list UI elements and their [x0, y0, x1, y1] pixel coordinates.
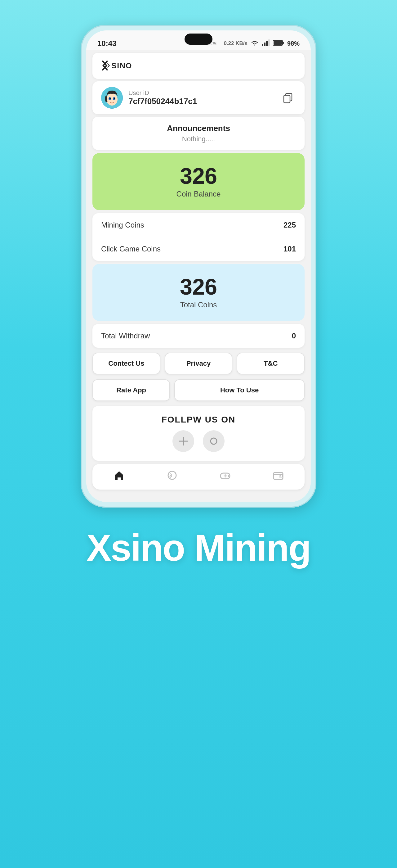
- battery-icon: [273, 40, 284, 48]
- coin-balance-number: 326: [101, 165, 296, 187]
- facebook-icon[interactable]: [172, 430, 194, 452]
- svg-point-25: [228, 475, 229, 476]
- svg-point-10: [106, 93, 118, 105]
- app-logo: SINO: [101, 60, 144, 72]
- follow-icons-row: [101, 430, 296, 452]
- how-to-use-button[interactable]: How To Use: [174, 379, 305, 401]
- tandc-button[interactable]: T&C: [237, 353, 305, 374]
- total-withdraw-value: 0: [292, 332, 296, 340]
- svg-rect-6: [283, 42, 284, 44]
- coin-balance-card: 326 Coin Balance: [92, 153, 305, 210]
- contact-us-button[interactable]: Contect Us: [92, 353, 160, 374]
- buttons-row-1: Contect Us Privacy T&C: [92, 353, 305, 374]
- follow-title: FOLLPW US ON: [101, 415, 296, 425]
- user-details: User iD 7cf7f050244b17c1: [128, 89, 197, 106]
- user-id-value: 7cf7f050244b17c1: [128, 97, 197, 106]
- coin-balance-label: Coin Balance: [101, 190, 296, 198]
- logo-bar: SINO: [92, 53, 305, 79]
- svg-point-29: [280, 475, 281, 476]
- speed-indicator: 0.22 KB/s: [224, 40, 247, 46]
- mining-coins-value: 225: [284, 221, 296, 229]
- phone-wrapper: 10:43 VoLTE 0.22 KB/s: [80, 25, 317, 507]
- total-coins-label: Total Coins: [101, 301, 296, 309]
- svg-text:₿: ₿: [169, 473, 172, 478]
- svg-point-26: [228, 476, 229, 477]
- svg-rect-27: [273, 472, 283, 479]
- nav-mining[interactable]: ₿: [145, 469, 199, 484]
- games-icon: [219, 469, 231, 484]
- click-game-coins-label: Click Game Coins: [101, 245, 161, 253]
- svg-rect-7: [273, 41, 282, 45]
- app-content: SINO: [86, 53, 311, 502]
- svg-point-13: [109, 98, 111, 99]
- total-coins-card: 326 Total Coins: [92, 264, 305, 321]
- svg-point-19: [210, 438, 217, 444]
- total-withdraw-row: Total Withdraw 0: [101, 324, 296, 348]
- status-time: 10:43: [97, 39, 116, 48]
- bottom-nav: ₿: [92, 464, 305, 490]
- buttons-row-2: Rate App How To Use: [92, 379, 305, 401]
- twitter-icon[interactable]: [203, 430, 225, 452]
- svg-rect-1: [262, 44, 263, 46]
- mining-icon: ₿: [166, 469, 178, 484]
- privacy-button[interactable]: Privacy: [165, 353, 233, 374]
- withdraw-section: Total Withdraw 0: [92, 324, 305, 348]
- svg-rect-16: [284, 95, 290, 103]
- svg-text:SINO: SINO: [111, 61, 132, 70]
- battery-percent: 98%: [287, 40, 300, 47]
- avatar: [101, 87, 123, 108]
- user-info: User iD 7cf7f050244b17c1: [101, 87, 197, 108]
- announcements-body: Nothing.....: [101, 135, 296, 143]
- user-id-label: User iD: [128, 89, 197, 97]
- announcements-title: Announcements: [101, 124, 296, 133]
- branding-section: Xsino Mining: [87, 526, 311, 594]
- phone-screen: 10:43 VoLTE 0.22 KB/s: [86, 30, 311, 502]
- branding-title: Xsino Mining: [87, 526, 311, 569]
- home-icon: [113, 469, 125, 484]
- mining-coins-row: Mining Coins 225: [101, 213, 296, 237]
- nav-games[interactable]: [199, 469, 252, 484]
- click-game-coins-value: 101: [284, 245, 296, 253]
- mining-coins-label: Mining Coins: [101, 221, 144, 229]
- notch: [185, 34, 212, 45]
- user-bar: User iD 7cf7f050244b17c1: [92, 81, 305, 114]
- follow-section: FOLLPW US ON: [92, 406, 305, 461]
- status-bar: 10:43 VoLTE 0.22 KB/s: [86, 30, 311, 50]
- rate-app-button[interactable]: Rate App: [92, 379, 170, 401]
- stats-section: Mining Coins 225 Click Game Coins 101: [92, 213, 305, 261]
- signal-icon: [262, 39, 270, 48]
- svg-rect-2: [264, 42, 265, 46]
- announcements-card: Announcements Nothing.....: [92, 117, 305, 150]
- copy-icon[interactable]: [280, 90, 296, 105]
- nav-home[interactable]: [92, 469, 145, 484]
- wallet-icon: [272, 469, 284, 484]
- status-right: VoLTE 0.22 KB/s: [206, 39, 300, 48]
- nav-wallet[interactable]: [252, 469, 305, 484]
- click-game-coins-row: Click Game Coins 101: [101, 237, 296, 261]
- svg-point-14: [114, 98, 115, 99]
- wifi-icon: [251, 39, 259, 48]
- svg-rect-4: [268, 39, 270, 46]
- total-coins-number: 326: [101, 276, 296, 298]
- svg-rect-3: [266, 41, 268, 46]
- total-withdraw-label: Total Withdraw: [101, 332, 150, 340]
